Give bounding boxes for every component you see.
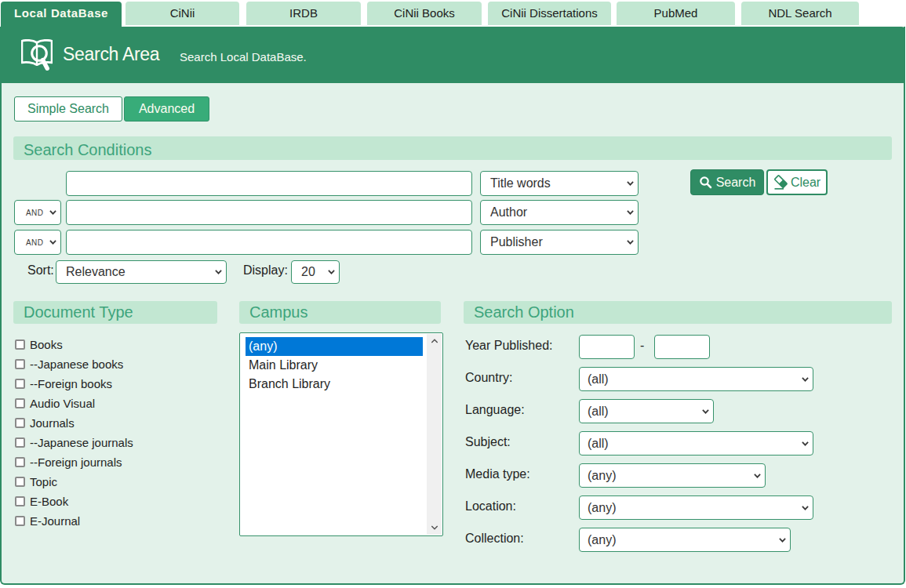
field-select-1[interactable]: Title words <box>480 171 639 196</box>
doctype-checkbox-e-book[interactable] <box>15 496 25 506</box>
doctype-checkbox-journals[interactable] <box>15 418 25 428</box>
doctype-checkbox-japanese-books[interactable] <box>15 359 25 369</box>
language-select[interactable]: (all) <box>579 399 714 423</box>
doctype-row-japanese-books[interactable]: --Japanese books <box>15 354 123 374</box>
keyword-input-3[interactable] <box>66 230 472 255</box>
collection-select[interactable]: (any) <box>579 528 791 552</box>
doctype-row-topic[interactable]: Topic <box>15 472 57 492</box>
doctype-label: E-Journal <box>30 514 80 528</box>
search-button-label: Search <box>716 176 756 190</box>
country-select[interactable]: (all) <box>579 367 813 391</box>
campus-header: Campus <box>239 301 441 324</box>
campus-scrollbar[interactable] <box>427 334 442 535</box>
doctype-row-e-journal[interactable]: E-Journal <box>15 511 80 531</box>
doctype-label: Journals <box>30 416 75 430</box>
document-type-header: Document Type <box>13 301 217 324</box>
doctype-label: Topic <box>30 475 57 488</box>
doctype-row-audio-visual[interactable]: Audio Visual <box>15 394 95 413</box>
keyword-input-1[interactable] <box>66 171 472 196</box>
year-from-input[interactable] <box>579 335 635 359</box>
collection-label: Collection: <box>465 532 524 546</box>
doctype-row-books[interactable]: Books <box>15 335 63 354</box>
display-select[interactable]: 20 <box>291 260 340 284</box>
subject-select[interactable]: (all) <box>579 431 813 456</box>
year-published-label: Year Published: <box>465 339 553 353</box>
display-select-value: 20 <box>301 265 315 279</box>
language-select-value: (all) <box>588 405 609 419</box>
field-select-2[interactable]: Author <box>480 200 639 225</box>
subject-label: Subject: <box>465 435 511 449</box>
magnifier-icon <box>699 176 712 189</box>
tab-cinii-dissertations[interactable]: CiNii Dissertations <box>488 2 611 25</box>
tab-irdb[interactable]: IRDB <box>246 2 361 25</box>
doctype-label: --Japanese books <box>30 358 123 371</box>
keyword-input-2[interactable] <box>66 200 472 225</box>
field-select-1-value: Title words <box>490 176 551 191</box>
campus-option-main-library[interactable]: Main Library <box>246 356 423 375</box>
clear-button-label: Clear <box>791 176 820 190</box>
doctype-checkbox-foreign-books[interactable] <box>15 379 25 389</box>
media-type-select-value: (any) <box>588 469 616 483</box>
location-label: Location: <box>465 499 516 514</box>
doctype-row-e-book[interactable]: E-Book <box>15 492 68 511</box>
chevron-down-icon <box>802 441 809 446</box>
field-select-3[interactable]: Publisher <box>480 230 639 255</box>
page: Search Area Search Local DataBase. Local… <box>0 0 906 588</box>
tab-cinii[interactable]: CiNii <box>126 2 239 25</box>
doctype-row-foreign-books[interactable]: --Foreign books <box>15 374 112 394</box>
chevron-down-icon <box>779 538 786 543</box>
doctype-checkbox-audio-visual[interactable] <box>15 398 25 408</box>
chevron-down-icon <box>215 270 222 274</box>
page-subtitle: Search Local DataBase. <box>180 51 307 64</box>
simple-search-button[interactable]: Simple Search <box>14 96 122 122</box>
field-select-2-value: Author <box>490 205 527 220</box>
doctype-checkbox-e-journal[interactable] <box>15 516 25 526</box>
language-label: Language: <box>465 403 525 417</box>
doctype-checkbox-topic[interactable] <box>15 477 25 487</box>
year-to-input[interactable] <box>654 335 710 359</box>
tab-ndl-search[interactable]: NDL Search <box>741 2 859 25</box>
doctype-checkbox-foreign-journals[interactable] <box>15 457 25 467</box>
tab-pubmed[interactable]: PubMed <box>617 2 735 25</box>
campus-listbox[interactable]: (any) Main Library Branch Library <box>239 332 443 536</box>
media-type-select[interactable]: (any) <box>579 463 766 488</box>
doctype-checkbox-japanese-journals[interactable] <box>15 437 25 448</box>
chevron-down-icon <box>627 181 634 186</box>
search-conditions-header: Search Conditions <box>13 136 892 160</box>
location-select-value: (any) <box>588 501 616 515</box>
doctype-row-journals[interactable]: Journals <box>15 413 75 433</box>
chevron-down-icon <box>802 506 809 510</box>
scroll-down-icon[interactable] <box>431 525 438 530</box>
year-separator: - <box>640 339 644 353</box>
campus-option-any[interactable]: (any) <box>246 337 423 356</box>
header-band: Search Area Search Local DataBase. <box>0 27 905 83</box>
doctype-label: --Japanese journals <box>30 436 133 449</box>
chevron-down-icon <box>328 270 335 274</box>
scroll-up-icon[interactable] <box>431 339 438 343</box>
doctype-checkbox-books[interactable] <box>15 339 25 350</box>
doctype-label: Books <box>30 338 63 351</box>
operator-select-2[interactable]: AND <box>14 200 61 225</box>
sort-select[interactable]: Relevance <box>56 260 227 284</box>
book-magnifier-icon <box>21 39 53 71</box>
doctype-label: --Foreign journals <box>30 456 122 469</box>
operator-select-3[interactable]: AND <box>14 230 61 255</box>
chevron-down-icon <box>627 210 634 215</box>
field-select-3-value: Publisher <box>490 235 543 249</box>
location-select[interactable]: (any) <box>579 495 813 520</box>
search-button[interactable]: Search <box>690 169 764 195</box>
chevron-down-icon <box>702 409 709 414</box>
campus-option-branch-library[interactable]: Branch Library <box>246 375 423 394</box>
tab-local-database[interactable]: Local DataBase <box>1 2 122 27</box>
clear-button[interactable]: Clear <box>766 169 828 195</box>
chevron-down-icon <box>754 474 761 478</box>
chevron-down-icon <box>627 240 634 245</box>
doctype-row-japanese-journals[interactable]: --Japanese journals <box>15 433 133 452</box>
sort-select-value: Relevance <box>66 265 126 279</box>
display-label: Display: <box>243 263 288 278</box>
doctype-label: E-Book <box>30 495 68 508</box>
advanced-button[interactable]: Advanced <box>124 96 209 122</box>
doctype-row-foreign-journals[interactable]: --Foreign journals <box>15 452 122 472</box>
tab-cinii-books[interactable]: CiNii Books <box>367 2 482 25</box>
chevron-down-icon <box>49 210 56 215</box>
